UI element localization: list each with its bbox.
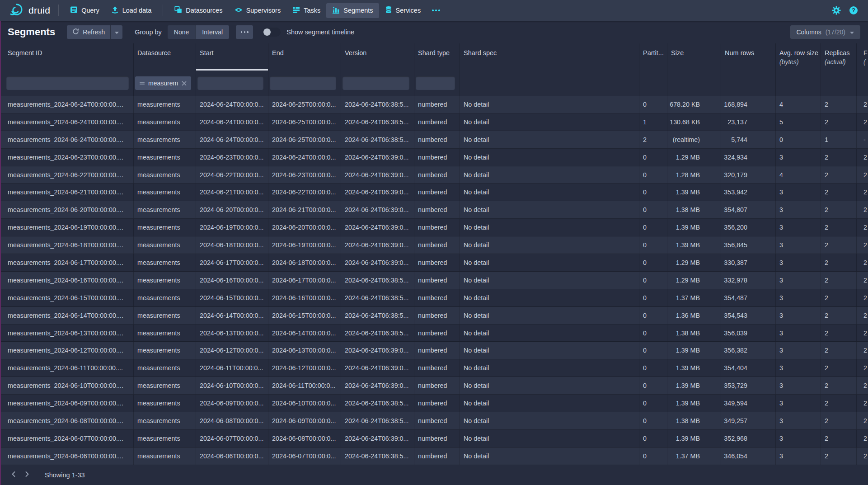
column-header-partition[interactable]: Partit... <box>639 43 667 71</box>
nav-item-datasources[interactable]: Datasources <box>169 3 228 18</box>
cell-replicas: 2 <box>821 412 857 429</box>
cell-ds: measurements <box>134 395 196 412</box>
cell-end: 2024-06-24T00:00:0... <box>268 149 341 166</box>
cell-extra: 2 <box>857 96 868 113</box>
cell-extra: 2 <box>857 377 868 394</box>
cell-partition: 1 <box>639 113 667 131</box>
query-icon <box>70 6 78 15</box>
column-label: Replicas <box>825 49 853 57</box>
cell-shard-type: numbered <box>414 307 460 324</box>
column-header-num-rows[interactable]: Num rows <box>721 43 776 71</box>
segment-timeline-toggle[interactable] <box>263 28 281 37</box>
refresh-button[interactable]: Refresh <box>67 25 110 39</box>
nav-item-tasks[interactable]: Tasks <box>286 3 326 18</box>
cell-shard-type: numbered <box>414 412 460 429</box>
supervisors-icon <box>235 7 243 14</box>
nav-item-supervisors[interactable]: Supervisors <box>229 4 287 18</box>
cell-num-rows: 356,200 <box>721 219 776 236</box>
column-header-avg-row-size[interactable]: Avg. row size(bytes) <box>776 43 821 71</box>
cell-start: 2024-06-24T00:00:0... <box>196 96 268 113</box>
settings-gear-icon[interactable] <box>832 6 841 15</box>
column-header-datasource[interactable]: Datasource <box>134 43 196 71</box>
cell-partition: 0 <box>639 307 667 324</box>
column-header-shard-spec[interactable]: Shard spec <box>460 43 639 71</box>
column-header-size[interactable]: Size <box>667 43 721 71</box>
cell-start: 2024-06-16T00:00:0... <box>196 272 268 289</box>
column-header-end[interactable]: End <box>268 43 341 71</box>
cell-shard-spec: No detail <box>460 359 639 377</box>
nav-item-segments[interactable]: Segments <box>326 3 379 18</box>
datasource-filter-chip[interactable]: measurem <box>135 76 191 90</box>
toggle-knob <box>263 28 271 36</box>
cell-size: 1.29 MB <box>667 254 721 271</box>
cell-id: measurements_2024-06-23T00:00:00.... <box>0 149 134 166</box>
column-label: Avg. row size <box>779 49 817 57</box>
next-page-button[interactable] <box>20 468 34 482</box>
cell-end: 2024-06-21T00:00:0... <box>268 201 341 218</box>
chevron-left-icon <box>11 471 16 479</box>
cell-start: 2024-06-09T00:00:0... <box>196 395 268 412</box>
group-by-interval-button[interactable]: Interval <box>195 25 229 39</box>
cell-start: 2024-06-18T00:00:0... <box>196 236 268 254</box>
column-header-replicas[interactable]: Replicas(actual) <box>821 43 857 71</box>
cell-size: 1.39 MB <box>667 430 721 447</box>
table-row: measurements_2024-06-06T00:00:00....meas… <box>0 447 868 465</box>
nav-item-services[interactable]: Services <box>379 3 427 18</box>
column-header-version[interactable]: Version <box>341 43 414 71</box>
druid-logo[interactable]: druid <box>9 3 50 18</box>
cell-partition: 0 <box>639 254 667 271</box>
cell-size: 1.36 MB <box>667 307 721 324</box>
cell-version: 2024-06-24T06:38:5... <box>341 447 414 465</box>
cell-id: measurements_2024-06-12T00:00:00.... <box>0 342 134 359</box>
columns-dropdown-button[interactable]: Columns (17/20) <box>790 25 860 39</box>
cell-avg-row-size: 3 <box>776 236 821 254</box>
column-header-segment-id[interactable]: Segment ID <box>0 43 134 71</box>
cell-ds: measurements <box>134 325 196 342</box>
cell-avg-row-size: 3 <box>776 272 821 289</box>
column-label: Size <box>671 49 717 57</box>
nav-right: ? <box>832 6 861 15</box>
cell-version: 2024-06-24T06:39:0... <box>341 149 414 166</box>
cell-ds: measurements <box>134 254 196 271</box>
nav-more-button[interactable] <box>427 5 446 15</box>
column-header-start[interactable]: Start <box>196 43 268 71</box>
table-row: measurements_2024-06-24T00:00:00....meas… <box>0 131 868 149</box>
nav-item-load-data[interactable]: Load data <box>105 3 158 18</box>
column-header-shard-type[interactable]: Shard type <box>414 43 460 71</box>
previous-page-button[interactable] <box>7 468 20 482</box>
cell-id: measurements_2024-06-08T00:00:00.... <box>0 412 134 429</box>
cell-replicas: 2 <box>821 307 857 324</box>
cell-avg-row-size: 3 <box>776 201 821 218</box>
column-header-clipped[interactable]: F( <box>857 43 868 71</box>
table-row: measurements_2024-06-17T00:00:00....meas… <box>0 254 868 272</box>
cell-num-rows: 330,387 <box>721 254 776 271</box>
filter-input-shard-type[interactable] <box>416 76 455 90</box>
more-options-button[interactable] <box>236 25 253 39</box>
filter-input-end[interactable] <box>270 76 336 90</box>
cell-version: 2024-06-24T06:39:0... <box>341 254 414 271</box>
cell-id: measurements_2024-06-14T00:00:00.... <box>0 307 134 324</box>
cell-start: 2024-06-20T00:00:0... <box>196 201 268 218</box>
cell-shard-spec: No detail <box>460 166 639 184</box>
filter-input-version[interactable] <box>343 76 409 90</box>
filter-input-start[interactable] <box>197 76 263 90</box>
cell-extra: 2 <box>857 113 868 131</box>
nav-item-query[interactable]: Query <box>64 3 105 18</box>
cell-end: 2024-06-15T00:00:0... <box>268 307 341 324</box>
remove-filter-icon[interactable] <box>182 81 187 86</box>
filter-cell-shard-type <box>414 71 460 96</box>
cell-partition: 0 <box>639 342 667 359</box>
filter-input-segment-id[interactable] <box>6 76 129 90</box>
cell-shard-type: numbered <box>414 113 460 131</box>
cell-avg-row-size: 3 <box>776 412 821 429</box>
refresh-icon <box>72 28 79 36</box>
refresh-split-button: Refresh <box>67 25 122 39</box>
refresh-caret-button[interactable] <box>110 25 122 39</box>
table-row: measurements_2024-06-15T00:00:00....meas… <box>0 289 868 307</box>
help-icon[interactable]: ? <box>849 6 858 15</box>
group-by-none-button[interactable]: None <box>168 25 195 39</box>
cell-start: 2024-06-10T00:00:0... <box>196 377 268 394</box>
cell-ds: measurements <box>134 149 196 166</box>
cell-shard-type: numbered <box>414 395 460 412</box>
cell-end: 2024-06-11T00:00:0... <box>268 377 341 394</box>
